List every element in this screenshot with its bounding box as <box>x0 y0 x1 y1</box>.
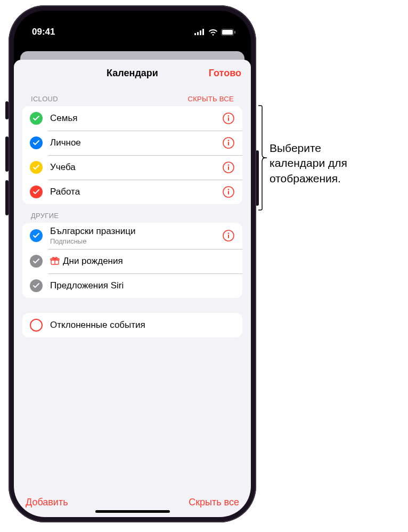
calendars-sheet: Календари Готово ICLOUD СКРЫТЬ ВСЕ Семья <box>14 60 251 517</box>
icloud-calendars-card: Семья Личное <box>22 106 242 204</box>
hide-all-button[interactable]: Скрыть все <box>189 497 239 508</box>
phone-frame: 09:41 Календари Готово <box>9 5 256 522</box>
svg-point-17 <box>228 189 230 190</box>
svg-rect-21 <box>228 235 229 238</box>
calendar-label-text: Дни рождения <box>63 256 123 266</box>
info-icon[interactable] <box>222 161 235 174</box>
declined-label: Отклоненные события <box>50 320 235 331</box>
sheet-title: Календари <box>107 68 158 79</box>
svg-point-14 <box>228 164 230 166</box>
unchecked-circle-icon[interactable] <box>30 319 43 332</box>
callout-line: отображения. <box>270 171 347 186</box>
callout-line: Выберите <box>270 141 347 156</box>
calendar-label: Дни рождения <box>50 256 235 267</box>
gift-icon <box>50 256 60 265</box>
checkmark-icon[interactable] <box>30 136 43 149</box>
sheet-content: ICLOUD СКРЫТЬ ВСЕ Семья <box>14 87 251 488</box>
calendar-row-school[interactable]: Учеба <box>22 155 242 180</box>
svg-point-11 <box>228 140 230 141</box>
calendar-row-work[interactable]: Работа <box>22 180 242 204</box>
battery-icon <box>221 29 236 36</box>
calendar-label: Български празници <box>50 226 218 237</box>
section-header-other: ДРУГИЕ <box>22 204 242 223</box>
hide-all-icloud-button[interactable]: СКРЫТЬ ВСЕ <box>187 95 234 103</box>
screen: 09:41 Календари Готово <box>14 11 251 517</box>
declined-card: Отклоненные события <box>22 313 242 337</box>
declined-events-row[interactable]: Отклоненные события <box>22 313 242 337</box>
calendar-label: Личное <box>50 138 218 148</box>
checkmark-icon[interactable] <box>30 229 43 242</box>
calendar-label: Семья <box>50 113 218 124</box>
calendar-sublabel: Подписные <box>50 237 218 246</box>
calendar-row-holidays[interactable]: Български празници Подписные <box>22 223 242 249</box>
calendar-label: Предложения Siri <box>50 280 235 291</box>
sheet-header: Календари Готово <box>14 60 251 87</box>
dynamic-island <box>99 20 167 39</box>
checkmark-icon[interactable] <box>30 186 43 198</box>
svg-point-8 <box>228 115 230 117</box>
other-calendars-card: Български празници Подписные <box>22 223 242 298</box>
svg-rect-12 <box>228 142 229 146</box>
calendar-label: Учеба <box>50 162 218 173</box>
svg-rect-9 <box>228 117 229 121</box>
info-icon[interactable] <box>222 229 235 242</box>
info-icon[interactable] <box>222 112 235 125</box>
calendar-row-family[interactable]: Семья <box>22 106 242 131</box>
checkmark-icon[interactable] <box>30 112 43 125</box>
status-time: 09:41 <box>32 27 55 37</box>
callout-text: Выберите календари для отображения. <box>270 141 347 186</box>
calendar-row-siri[interactable]: Предложения Siri <box>22 273 242 298</box>
calendar-row-birthdays[interactable]: Дни рождения <box>22 249 242 273</box>
checkmark-icon[interactable] <box>30 161 43 174</box>
cellular-icon <box>194 29 205 35</box>
svg-point-20 <box>228 233 230 235</box>
calendar-row-personal[interactable]: Личное <box>22 131 242 155</box>
callout-bracket <box>258 104 267 211</box>
svg-rect-15 <box>228 166 229 170</box>
add-calendar-button[interactable]: Добавить <box>26 497 68 508</box>
section-title-other: ДРУГИЕ <box>31 212 59 220</box>
done-button[interactable]: Готово <box>209 60 241 87</box>
section-header-icloud: ICLOUD СКРЫТЬ ВСЕ <box>22 87 242 106</box>
svg-rect-6 <box>234 31 235 34</box>
svg-rect-2 <box>200 30 201 35</box>
svg-rect-1 <box>197 32 199 35</box>
svg-rect-0 <box>194 33 196 35</box>
svg-rect-3 <box>202 29 204 35</box>
svg-rect-18 <box>228 191 229 195</box>
calendar-label: Работа <box>50 187 218 197</box>
checkmark-icon[interactable] <box>30 255 43 268</box>
callout-line: календари для <box>270 156 347 171</box>
checkmark-icon[interactable] <box>30 279 43 292</box>
section-title-icloud: ICLOUD <box>31 95 58 103</box>
wifi-icon <box>208 29 218 36</box>
info-icon[interactable] <box>222 136 235 149</box>
info-icon[interactable] <box>222 186 235 198</box>
home-indicator[interactable] <box>95 510 170 513</box>
svg-rect-5 <box>222 30 233 35</box>
